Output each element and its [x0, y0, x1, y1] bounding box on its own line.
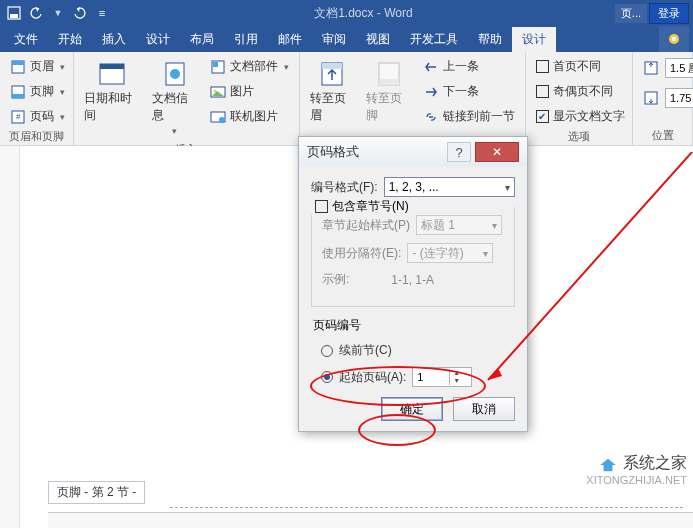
example-label: 示例:	[322, 271, 349, 288]
ok-label: 确定	[400, 401, 424, 418]
pagenumber-button[interactable]: #页码▾	[6, 106, 69, 127]
tab-mailings[interactable]: 邮件	[268, 27, 312, 52]
svg-rect-5	[12, 61, 24, 65]
tab-developer[interactable]: 开发工具	[400, 27, 468, 52]
chapter-style-select: 标题 1▾	[416, 215, 502, 235]
start-at-input[interactable]	[413, 368, 449, 386]
page-numbering-group: 页码编号 续前节(C) 起始页码(A): ▲▼	[311, 317, 515, 387]
radio-icon	[321, 345, 333, 357]
tab-help[interactable]: 帮助	[468, 27, 512, 52]
header-distance-spinner[interactable]: ▲▼	[665, 58, 693, 78]
start-at-spinner[interactable]: ▲▼	[412, 367, 472, 387]
header-button[interactable]: 页眉▾	[6, 56, 69, 77]
svg-rect-15	[213, 62, 218, 67]
header-distance-input[interactable]	[666, 59, 693, 77]
tab-references[interactable]: 引用	[224, 27, 268, 52]
pagenumber-icon: #	[10, 109, 26, 125]
example-value: 1-1, 1-A	[391, 273, 434, 287]
spin-down-icon[interactable]: ▼	[450, 377, 463, 385]
online-picture-button[interactable]: 联机图片	[206, 106, 293, 127]
number-format-select[interactable]: 1, 2, 3, ...▾	[384, 177, 515, 197]
login-button[interactable]: 登录	[649, 3, 689, 24]
start-at-radio[interactable]: 起始页码(A): ▲▼	[321, 367, 513, 387]
cancel-button[interactable]: 取消	[453, 397, 515, 421]
undo-icon[interactable]	[26, 3, 46, 23]
group-insert: 日期和时间 文档信息▾ 文档部件▾ 图片 联机图片 插入	[74, 52, 299, 145]
footer-label: 页脚	[30, 83, 54, 100]
tab-home[interactable]: 开始	[48, 27, 92, 52]
datetime-label: 日期和时间	[84, 90, 140, 124]
dialog-close-button[interactable]: ✕	[475, 142, 519, 162]
collapsed-tab[interactable]: 页...	[615, 4, 647, 23]
watermark-brand: 系统之家	[623, 454, 687, 471]
goto-header-icon	[318, 60, 346, 88]
ribbon: 页眉▾ 页脚▾ #页码▾ 页眉和页脚 日期和时间 文档信息▾ 文档部件▾ 图片 …	[0, 52, 693, 146]
next-section-button[interactable]: 下一条	[419, 81, 519, 102]
group-headerfooter: 页眉▾ 页脚▾ #页码▾ 页眉和页脚	[0, 52, 74, 145]
datetime-icon	[98, 60, 126, 88]
footer-distance-spinner[interactable]: ▲▼	[665, 88, 693, 108]
prev-section-button[interactable]: 上一条	[419, 56, 519, 77]
save-icon[interactable]	[4, 3, 24, 23]
checkbox-checked-icon	[536, 110, 549, 123]
docinfo-label: 文档信息	[152, 90, 197, 124]
picture-button[interactable]: 图片	[206, 81, 293, 102]
online-picture-icon	[210, 109, 226, 125]
continue-prev-radio[interactable]: 续前节(C)	[321, 342, 513, 359]
docinfo-button[interactable]: 文档信息▾	[148, 56, 201, 140]
tab-insert[interactable]: 插入	[92, 27, 136, 52]
show-doctext-label: 显示文档文字	[553, 108, 625, 125]
goto-header-button[interactable]: 转至页眉	[306, 56, 359, 129]
tab-view[interactable]: 视图	[356, 27, 400, 52]
tab-design-contextual[interactable]: 设计	[512, 27, 556, 52]
diff-first-checkbox[interactable]: 首页不同	[532, 56, 629, 77]
link-prev-button[interactable]: 链接到前一节	[419, 106, 519, 127]
diff-first-label: 首页不同	[553, 58, 601, 75]
qat-customize-icon[interactable]: ≡	[92, 3, 112, 23]
footer-icon	[10, 84, 26, 100]
dialog-titlebar[interactable]: 页码格式 ? ✕	[299, 137, 527, 167]
chapter-style-value: 标题 1	[421, 217, 455, 234]
header-label: 页眉	[30, 58, 54, 75]
pagenumber-label: 页码	[30, 108, 54, 125]
ok-button[interactable]: 确定	[381, 397, 443, 421]
datetime-button[interactable]: 日期和时间	[80, 56, 144, 140]
tab-file[interactable]: 文件	[4, 27, 48, 52]
svg-rect-1	[10, 14, 18, 18]
checkbox-icon	[536, 60, 549, 73]
tab-design[interactable]: 设计	[136, 27, 180, 52]
tell-me-icon[interactable]	[659, 26, 689, 52]
goto-footer-button[interactable]: 转至页脚	[362, 56, 415, 129]
link-prev-label: 链接到前一节	[443, 108, 515, 125]
footer-distance-input[interactable]	[666, 89, 693, 107]
prev-label: 上一条	[443, 58, 479, 75]
tab-review[interactable]: 审阅	[312, 27, 356, 52]
include-chapter-group: 包含章节号(N) 章节起始样式(P)标题 1▾ 使用分隔符(E):- (连字符)…	[311, 207, 515, 307]
diff-oddeven-checkbox[interactable]: 奇偶页不同	[532, 81, 629, 102]
cancel-label: 取消	[472, 401, 496, 418]
picture-icon	[210, 84, 226, 100]
docparts-button[interactable]: 文档部件▾	[206, 56, 293, 77]
footer-distance-icon	[643, 90, 659, 106]
goto-header-label: 转至页眉	[310, 90, 355, 124]
left-margin	[0, 146, 20, 528]
include-chapter-checkbox[interactable]: 包含章节号(N)	[311, 198, 413, 215]
svg-point-13	[170, 69, 180, 79]
show-doctext-checkbox[interactable]: 显示文档文字	[532, 106, 629, 127]
footer-button[interactable]: 页脚▾	[6, 81, 69, 102]
svg-point-3	[672, 37, 676, 41]
spin-up-icon[interactable]: ▲	[450, 369, 463, 377]
qat-dropdown-icon[interactable]: ▼	[48, 3, 68, 23]
docparts-label: 文档部件	[230, 58, 278, 75]
picture-label: 图片	[230, 83, 254, 100]
footer-distance-row: ▲▼	[639, 86, 693, 110]
tab-layout[interactable]: 布局	[180, 27, 224, 52]
dialog-help-button[interactable]: ?	[447, 142, 471, 162]
redo-icon[interactable]	[70, 3, 90, 23]
header-distance-icon	[643, 60, 659, 76]
docinfo-icon	[161, 60, 189, 88]
example-row: 示例:1-1, 1-A	[322, 271, 504, 288]
header-icon	[10, 59, 26, 75]
online-picture-label: 联机图片	[230, 108, 278, 125]
chapter-style-label: 章节起始样式(P)	[322, 217, 410, 234]
